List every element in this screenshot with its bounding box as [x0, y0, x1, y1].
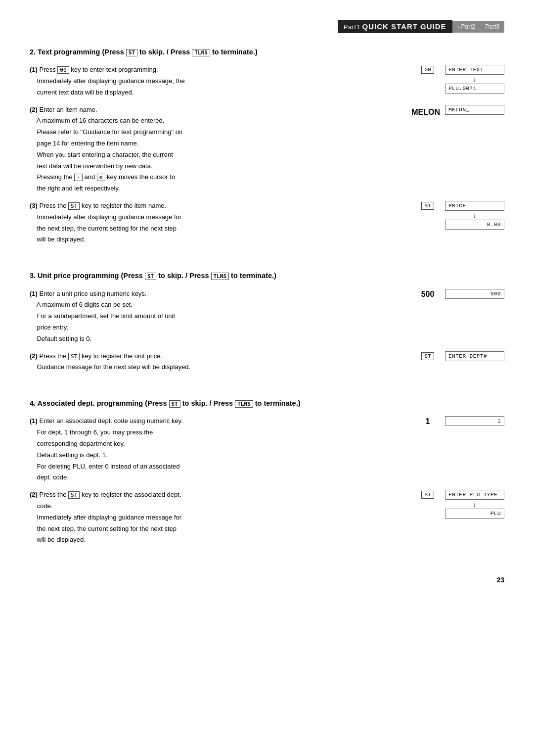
section2-step3: (3) Press the ST key to register the ite… — [30, 201, 504, 246]
page-number: 23 — [30, 576, 504, 584]
st-key-s2: ST — [126, 49, 137, 56]
section4-step1: (1) Enter an associated dept. code using… — [30, 416, 504, 484]
st-key-s3s2: ST — [68, 353, 80, 360]
chevron-right-icon: › — [457, 23, 459, 30]
st-key-col-s4s2: ST — [415, 490, 440, 499]
val-500-col: 500 — [415, 289, 440, 299]
part2-text: Part2 — [461, 23, 476, 30]
section4-step2-right: ST ENTER PLU TYPE ↓ PLU — [415, 490, 504, 546]
section2-step1-right: 00 ENTER TEXT ↓ PLU.0071 — [415, 65, 504, 98]
part3-text: Part3 — [485, 23, 499, 30]
display-1: 1 — [445, 416, 504, 426]
section2-step3-text: (3) Press the ST key to register the ite… — [30, 201, 415, 246]
part1-num: 1 — [356, 23, 360, 31]
part3-tab: Part3 — [480, 21, 504, 33]
display-col-s4s2: ENTER PLU TYPE ↓ PLU — [445, 490, 504, 519]
section-unit-price: 3. Unit price programming (Press ST to s… — [30, 271, 504, 374]
section3-step2: (2) Press the ST key to register the uni… — [30, 351, 504, 374]
display-enter-plu-type: ENTER PLU TYPE — [445, 490, 504, 500]
display-price: PRICE — [445, 201, 504, 211]
section2-step2-text: (2) Enter an item name. A maximum of 16 … — [30, 105, 410, 195]
section2-step3-right: ST PRICE ↓ 0.00 — [415, 201, 504, 246]
page-header: Part1 QUICK START GUIDE ›Part2 Part3 — [30, 20, 504, 33]
section2-step1-text: (1) Press 00 key to enter text programmi… — [30, 65, 415, 98]
display-col-s2s1: ENTER TEXT ↓ PLU.0071 — [445, 65, 504, 94]
section2-title: 2. Text programming (Press ST to skip. /… — [30, 47, 504, 57]
display-enter-dept: ENTER DEPT# — [445, 351, 504, 361]
part1-prefix: Part — [344, 23, 356, 31]
section3-step1-right: 500 500 — [415, 289, 504, 345]
key-00: 00 — [57, 66, 69, 74]
st-key-label-s4s2: ST — [421, 491, 434, 499]
display-col-s3s2: ENTER DEPT# — [445, 351, 504, 361]
st-key-label-s3s2: ST — [421, 352, 434, 360]
section4-step2: (2) Press the ST key to register the ass… — [30, 490, 504, 546]
section4-step1-text: (1) Enter an associated dept. code using… — [30, 416, 415, 484]
section2-step2-right: MELON MELON_ — [410, 105, 504, 195]
section3-step1-text: (1) Enter a unit price using numeric key… — [30, 289, 415, 345]
section-assoc-dept: 4. Associated dept. programming (Press S… — [30, 398, 504, 546]
key-00-col: 00 — [415, 65, 440, 74]
section-text-programming: 2. Text programming (Press ST to skip. /… — [30, 47, 504, 246]
section3-step2-right: ST ENTER DEPT# — [415, 351, 504, 374]
tlns-key-s4: TLNS — [235, 400, 253, 408]
val-1-col: 1 — [415, 416, 440, 426]
display-enter-text: ENTER TEXT — [445, 65, 504, 75]
value-500: 500 — [421, 290, 435, 299]
st-key-s2s3: ST — [68, 202, 80, 210]
tlns-key-s2: TLNS — [192, 49, 210, 56]
display-500: 500 — [445, 289, 504, 299]
display-plu: PLU — [445, 509, 504, 519]
st-key-col-s3s2: ST — [415, 351, 440, 360]
section4-step1-right: 1 1 — [415, 416, 504, 484]
part2-tab: ›Part2 — [452, 21, 481, 33]
st-key-s3: ST — [145, 273, 156, 280]
cross-key: ⊗ — [97, 174, 105, 181]
section4-title: 4. Associated dept. programming (Press S… — [30, 398, 504, 408]
part1-tab: Part1 QUICK START GUIDE — [338, 20, 452, 33]
arrow-down-s2s1: ↓ — [445, 76, 504, 83]
melon-label-col: MELON — [410, 105, 440, 117]
display-col-s2s2: MELON_ — [445, 105, 504, 115]
melon-side-label: MELON — [410, 106, 440, 117]
st-key-col-s2s3: ST — [415, 201, 440, 210]
arrow-down-s4s2: ↓ — [445, 501, 504, 508]
value-1: 1 — [426, 417, 430, 426]
guide-title: QUICK START GUIDE — [362, 22, 446, 31]
st-key-s4: ST — [169, 400, 180, 408]
section2-step1: (1) Press 00 key to enter text programmi… — [30, 65, 504, 98]
section3-step1: (1) Enter a unit price using numeric key… — [30, 289, 504, 345]
section3-step2-text: (2) Press the ST key to register the uni… — [30, 351, 415, 374]
key-00-label: 00 — [421, 66, 434, 74]
display-plu0071: PLU.0071 — [445, 84, 504, 94]
tlns-key-s3: TLNS — [211, 273, 229, 280]
display-col-s2s3: PRICE ↓ 0.00 — [445, 201, 504, 230]
display-col-s4s1: 1 — [445, 416, 504, 426]
section2-step2: (2) Enter an item name. A maximum of 16 … — [30, 105, 504, 195]
display-melon: MELON_ — [445, 105, 504, 115]
display-col-s3s1: 500 — [445, 289, 504, 299]
dot-key: · — [74, 174, 83, 181]
section3-title: 3. Unit price programming (Press ST to s… — [30, 271, 504, 281]
arrow-down-s2s3: ↓ — [445, 212, 504, 219]
section4-step2-text: (2) Press the ST key to register the ass… — [30, 490, 415, 546]
st-key-s4s2: ST — [68, 491, 80, 499]
st-key-label-s2s3: ST — [421, 202, 434, 210]
navigation-bar: Part1 QUICK START GUIDE ›Part2 Part3 — [338, 20, 504, 33]
display-price-val: 0.00 — [445, 220, 504, 230]
